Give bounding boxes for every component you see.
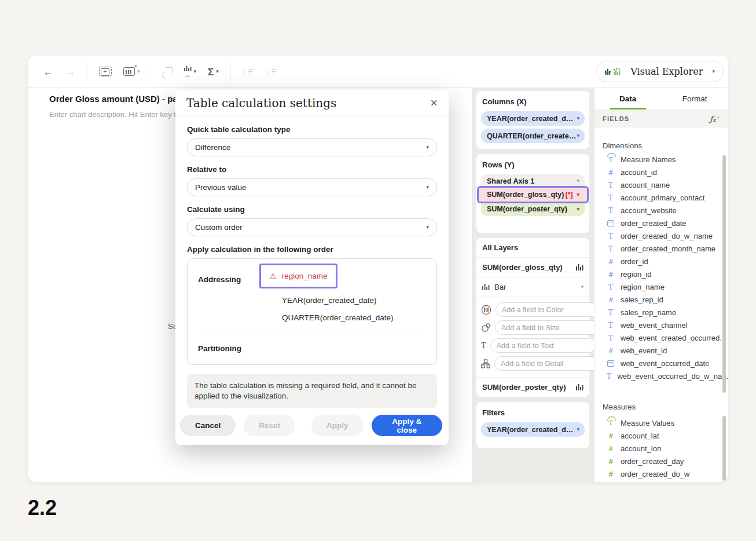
- chart-title[interactable]: Order Gloss amount (USD) - pane: [49, 94, 188, 104]
- list-item[interactable]: Measure Names: [594, 153, 728, 166]
- list-item[interactable]: account_primary_contact: [594, 191, 728, 204]
- pill-sum-order-poster-qty[interactable]: SUM(order_poster_qty): [481, 202, 585, 216]
- list-item[interactable]: order_created_date: [594, 217, 728, 229]
- filter-pill-year-order-created-date[interactable]: YEAR(order_created_date): [481, 422, 585, 437]
- rows-title: Rows (Y): [482, 160, 583, 169]
- reset-button[interactable]: Reset: [244, 415, 295, 436]
- chevron-down-icon: [426, 185, 429, 190]
- swap-axes-button[interactable]: [164, 67, 173, 76]
- field-label: region_name: [621, 283, 665, 291]
- addressing-item[interactable]: YEAR(order_created_date): [282, 288, 426, 306]
- field-label: web_event_occurred_do_w_na...: [617, 372, 728, 381]
- list-item[interactable]: sales_rep_name: [594, 306, 728, 319]
- text-icon: [607, 283, 615, 291]
- remove-chart-button[interactable]: [123, 67, 140, 76]
- modal-title: Table calculation settings: [186, 96, 336, 110]
- list-item[interactable]: web_event_occurred_date: [594, 357, 728, 370]
- list-item[interactable]: order_created_month_name: [594, 242, 728, 255]
- list-item[interactable]: web_event_channel: [594, 319, 728, 331]
- sort-ascending-button[interactable]: ↑: [243, 67, 254, 76]
- calculate-using-select[interactable]: Custom order: [187, 218, 437, 236]
- list-item[interactable]: order_created_do_w_name: [594, 229, 728, 242]
- shared-axis-pill[interactable]: Shared Axis 1: [481, 174, 585, 188]
- relative-to-select[interactable]: Previous value: [187, 178, 437, 196]
- number-icon: [607, 470, 615, 478]
- field-label: web_event_id: [621, 346, 667, 355]
- size-field-input[interactable]: [495, 320, 601, 335]
- list-item[interactable]: order_created_do_w: [594, 467, 728, 480]
- number-icon: [607, 444, 615, 453]
- list-item[interactable]: account_lon: [594, 442, 728, 455]
- toolbar-divider: [230, 62, 231, 82]
- modal-footer: Cancel Reset Apply Apply & close: [180, 415, 442, 436]
- dimensions-scrollbar[interactable]: [722, 155, 726, 393]
- list-item[interactable]: account_id: [594, 166, 728, 178]
- list-item[interactable]: Measure Values: [594, 416, 728, 429]
- apply-button[interactable]: Apply: [311, 415, 364, 436]
- columns-title: Columns (X): [482, 97, 583, 106]
- close-icon[interactable]: [430, 97, 438, 109]
- text-icon: [607, 181, 615, 189]
- sort-descending-button[interactable]: ↓: [265, 67, 277, 76]
- list-item[interactable]: [594, 480, 728, 482]
- field-label: sales_rep_id: [621, 295, 663, 304]
- list-item[interactable]: web_event_created_occurred...: [594, 331, 728, 344]
- size-icon[interactable]: [481, 323, 491, 332]
- chevron-down-icon[interactable]: [577, 178, 579, 184]
- add-formula-icon[interactable]: [710, 114, 720, 123]
- tab-data[interactable]: Data: [594, 88, 662, 109]
- forward-button[interactable]: [65, 67, 75, 77]
- list-item[interactable]: account_website: [594, 204, 728, 217]
- list-item[interactable]: account_lat: [594, 429, 728, 442]
- text-icon[interactable]: T: [481, 341, 486, 350]
- chevron-down-icon[interactable]: [577, 207, 579, 212]
- list-item[interactable]: order_id: [594, 255, 728, 268]
- all-layers-card: All Layers SUM(order_gloss_qty) Bar: [476, 238, 589, 397]
- list-item[interactable]: order_created_day: [594, 455, 728, 467]
- chevron-down-icon[interactable]: [577, 133, 579, 138]
- warning-message: The table calculation is missing a requi…: [187, 374, 437, 408]
- list-item[interactable]: web_event_occurred_do_w_na...: [594, 370, 728, 382]
- visual-explorer-selector[interactable]: Visual Explorer: [596, 61, 724, 82]
- layer-sum-order-gloss-qty[interactable]: SUM(order_gloss_qty): [476, 257, 589, 277]
- pill-quarter-order-created-date[interactable]: QUARTER(order_created_...: [481, 129, 585, 143]
- color-icon[interactable]: [481, 305, 491, 315]
- pill-year-order-created-date[interactable]: YEAR(order_created_date): [481, 111, 585, 126]
- chevron-down-icon[interactable]: [577, 192, 579, 198]
- detail-field-input[interactable]: [494, 356, 600, 371]
- calc-type-select[interactable]: Difference: [187, 138, 437, 156]
- field-label: order_created_do_w_name: [621, 232, 713, 240]
- measure-names-icon: [608, 156, 612, 163]
- list-item[interactable]: region_name: [594, 280, 728, 293]
- list-item[interactable]: region_id: [594, 268, 728, 280]
- tab-format[interactable]: Format: [662, 88, 729, 109]
- missing-field-label: region_name: [282, 272, 328, 280]
- measures-scrollbar[interactable]: [722, 416, 726, 481]
- cancel-button[interactable]: Cancel: [180, 415, 236, 436]
- dimensions-title: Dimensions: [594, 141, 728, 151]
- pill-sum-order-gloss-qty[interactable]: SUM(order_gloss_qty) [*]: [479, 188, 587, 202]
- field-label: region_id: [621, 270, 652, 279]
- text-field-input[interactable]: [490, 338, 596, 353]
- mark-type-select[interactable]: Bar: [476, 277, 589, 297]
- missing-field-item[interactable]: region_name: [259, 264, 337, 288]
- detail-icon[interactable]: [481, 359, 490, 368]
- back-button[interactable]: [43, 67, 53, 77]
- addressing-item[interactable]: QUARTER(order_created_date): [282, 306, 426, 323]
- pill-label: SUM(order_poster_qty): [487, 205, 567, 213]
- required-field-badge: [*]: [566, 191, 573, 199]
- list-item[interactable]: account_name: [594, 178, 728, 191]
- add-chart-button[interactable]: [99, 67, 112, 76]
- chevron-down-icon[interactable]: [577, 427, 579, 432]
- apply-close-button[interactable]: Apply & close: [372, 415, 442, 436]
- remove-chart-icon: [123, 67, 135, 76]
- aggregate-button[interactable]: [208, 67, 219, 77]
- chart-description-input[interactable]: Enter chart description. Hit Enter key t…: [49, 110, 190, 119]
- back-arrow-icon: [43, 67, 53, 77]
- layer-sum-order-poster-qty[interactable]: SUM(order_poster_qty): [476, 377, 589, 397]
- chevron-down-icon[interactable]: [577, 116, 579, 121]
- list-item[interactable]: sales_rep_id: [594, 293, 728, 306]
- chart-orientation-button[interactable]: ↔: [184, 66, 197, 78]
- color-field-input[interactable]: [496, 302, 601, 317]
- list-item[interactable]: web_event_id: [594, 344, 728, 357]
